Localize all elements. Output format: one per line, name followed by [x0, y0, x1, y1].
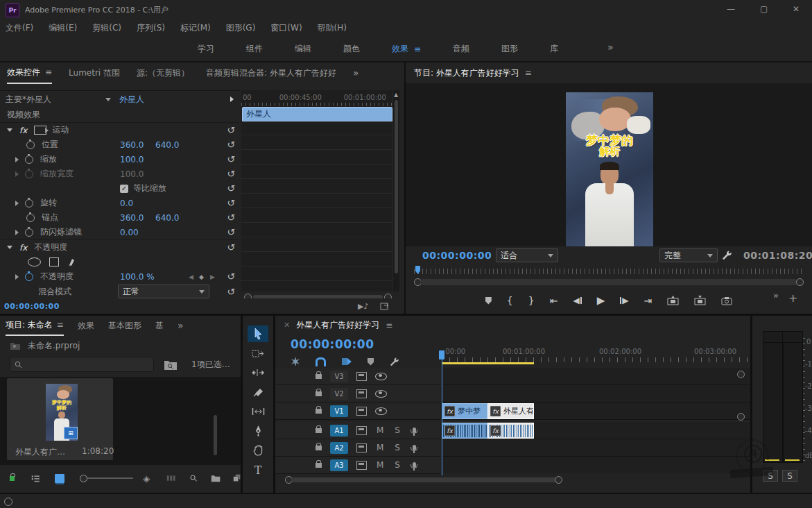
program-timecode[interactable]: 00:00:00:00	[422, 250, 492, 261]
sort-icons-icon[interactable]: ◈	[143, 473, 150, 484]
reset-icon[interactable]: ↺	[227, 198, 235, 208]
menu-sequence[interactable]: 序列(S)	[137, 22, 165, 34]
search-input[interactable]	[10, 357, 154, 372]
program-scrub-ruler[interactable]	[414, 266, 804, 277]
new-bin-icon[interactable]	[211, 473, 221, 483]
workspace-tab-libraries[interactable]: 库	[550, 43, 558, 55]
tab-effect-controls[interactable]: 效果控件	[7, 67, 40, 78]
chevron-down-icon[interactable]	[105, 98, 111, 101]
chevron-down-icon[interactable]	[7, 128, 12, 132]
next-keyframe-icon[interactable]: ▶	[210, 273, 215, 280]
solo-button[interactable]: S	[395, 443, 400, 452]
thumbnail-zoom-slider[interactable]	[80, 475, 134, 482]
ellipse-mask-icon[interactable]	[28, 257, 41, 266]
ec-clip-name[interactable]: 外星人	[119, 94, 144, 105]
razor-tool[interactable]	[248, 384, 268, 400]
track-badge-a2[interactable]: A2	[330, 442, 348, 454]
playback-resolution-dropdown[interactable]: 完整	[659, 248, 718, 262]
sync-lock-icon[interactable]	[356, 407, 367, 416]
workspace-tab-learning[interactable]: 学习	[198, 43, 214, 55]
add-marker-icon[interactable]	[485, 297, 492, 305]
menu-markers[interactable]: 标记(M)	[180, 22, 211, 34]
goto-in-icon[interactable]: ⇤	[550, 295, 558, 306]
toggle-track-output-icon[interactable]	[375, 390, 387, 398]
reset-icon[interactable]: ↺	[227, 242, 235, 253]
chevron-right-icon[interactable]	[15, 171, 19, 177]
value[interactable]: 0.0	[120, 198, 133, 208]
clip-v1-dream[interactable]: fx 梦中梦	[442, 403, 488, 419]
play-toggle-icon[interactable]	[230, 96, 234, 102]
minimize-button[interactable]: —	[727, 4, 735, 14]
playhead-line[interactable]	[442, 357, 443, 475]
reset-icon[interactable]: ↺	[227, 271, 235, 282]
track-lane-v3[interactable]	[442, 368, 750, 385]
tab-clipped[interactable]: 基	[155, 320, 164, 332]
solo-button[interactable]: S	[395, 460, 400, 470]
chevron-right-icon[interactable]	[15, 274, 19, 280]
close-button[interactable]: ✕	[793, 4, 800, 14]
solo-button[interactable]: S	[395, 425, 400, 435]
voiceover-record-icon[interactable]	[413, 462, 416, 468]
workspace-tab-menu-icon[interactable]: ≡	[414, 44, 421, 54]
track-lane-a2[interactable]	[442, 439, 750, 457]
value-y[interactable]: 640.0	[155, 213, 179, 223]
add-keyframe-icon[interactable]: ◆	[199, 273, 204, 280]
workspace-tab-assembly[interactable]: 组件	[246, 43, 263, 55]
toggle-track-output-icon[interactable]	[375, 373, 387, 380]
value[interactable]: 100.0	[120, 155, 144, 164]
ec-mini-ruler[interactable]: 00 00:00:45:00 00:01:00:00	[241, 94, 392, 101]
toggle-timeline-view-icon[interactable]	[380, 301, 390, 310]
play-icon[interactable]: ▶	[597, 294, 605, 307]
stopwatch-icon-active[interactable]	[25, 273, 33, 281]
reset-icon[interactable]: ↺	[227, 125, 235, 135]
value-x[interactable]: 360.0	[120, 213, 144, 223]
stopwatch-icon[interactable]	[26, 141, 35, 149]
ec-row-motion[interactable]: fx 运动 ↺	[0, 123, 239, 137]
track-lane-a1[interactable]: fx fx	[442, 422, 750, 439]
voiceover-record-icon[interactable]	[413, 427, 416, 433]
divider-timeline-meters[interactable]	[750, 316, 752, 493]
panel-menu-icon[interactable]: ≡	[57, 320, 64, 330]
rect-mask-icon[interactable]	[49, 257, 59, 266]
stopwatch-icon[interactable]	[25, 228, 33, 237]
vscroll-handle-top[interactable]	[737, 371, 745, 378]
stopwatch-icon[interactable]	[25, 199, 33, 208]
ec-row-anchor[interactable]: 锚点 360.0 640.0 ↺	[0, 210, 239, 225]
blend-mode-dropdown[interactable]: 正常	[118, 285, 209, 298]
export-frame-icon[interactable]	[721, 296, 732, 305]
divider-horizontal[interactable]	[0, 314, 812, 316]
chevron-right-icon[interactable]	[15, 230, 19, 235]
clip-v1-alien-selected[interactable]: fx 外星人有	[487, 403, 534, 419]
reset-icon[interactable]: ↺	[227, 154, 235, 164]
maximize-button[interactable]: ▢	[760, 4, 768, 14]
ec-row-uniform-scale[interactable]: ✓ 等比缩放 ↺	[0, 181, 239, 196]
tab-source-monitor[interactable]: 源:（无剪辑）	[137, 67, 189, 79]
track-lane-v2[interactable]	[442, 385, 750, 403]
track-badge-a3[interactable]: A3	[330, 459, 348, 471]
tab-project[interactable]: 项目: 未命名	[6, 319, 53, 331]
extract-icon[interactable]	[694, 296, 706, 305]
program-scrollbar[interactable]	[414, 278, 804, 287]
panel-menu-icon[interactable]: ≡	[45, 67, 52, 77]
value-x[interactable]: 360.0	[120, 140, 144, 150]
find-icon[interactable]	[190, 473, 197, 483]
project-scrollbar[interactable]	[214, 415, 217, 455]
scroll-handle-right[interactable]	[555, 476, 562, 484]
lock-icon[interactable]	[316, 463, 322, 468]
tab-sequence[interactable]: 外星人有广告好好学习	[296, 319, 379, 331]
button-editor-icon[interactable]: +	[788, 291, 797, 305]
track-badge-a1[interactable]: A1	[330, 425, 348, 437]
tabbar-overflow-icon[interactable]: »	[353, 67, 359, 78]
scroll-track[interactable]	[420, 279, 797, 285]
linked-selection-icon[interactable]	[341, 357, 352, 366]
voiceover-record-icon[interactable]	[413, 445, 416, 450]
status-sync-icon[interactable]	[4, 498, 12, 506]
track-badge-v1[interactable]: V1	[330, 405, 348, 417]
new-item-icon[interactable]	[233, 473, 241, 483]
scroll-handle-right[interactable]	[796, 278, 804, 286]
value[interactable]: 0.00	[120, 228, 139, 237]
menu-graphics[interactable]: 图形(G)	[226, 22, 256, 34]
audio-clip-a1-dream[interactable]: fx	[442, 423, 488, 439]
add-marker-icon[interactable]	[368, 358, 374, 366]
lock-icon[interactable]	[316, 428, 322, 433]
